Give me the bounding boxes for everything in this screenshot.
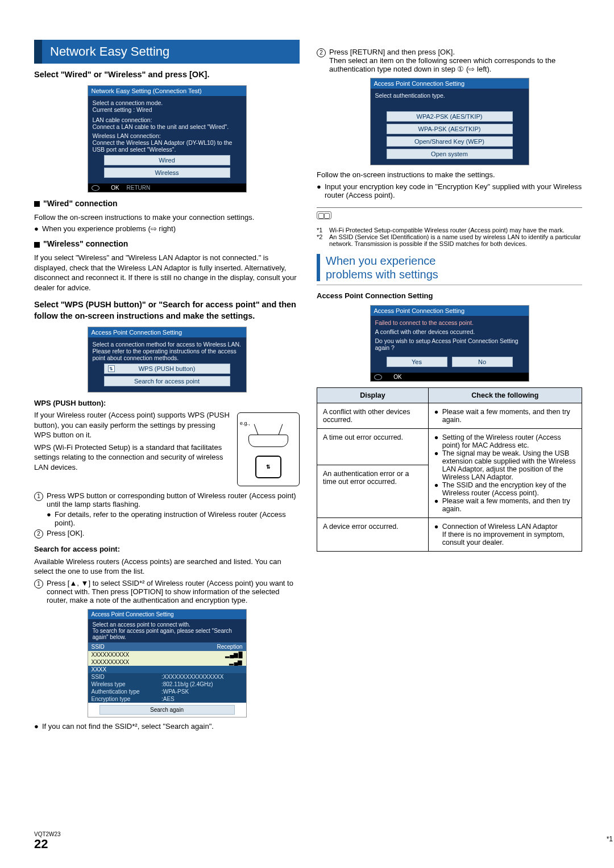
dialog-footer: OK bbox=[371, 373, 529, 381]
dialog-title: Access Point Connection Setting bbox=[371, 306, 529, 316]
detail-lbl: Encryption type bbox=[88, 695, 158, 703]
cell-check: ●Connection of Wireless LAN Adaptor If t… bbox=[428, 518, 582, 552]
dialog-body: Select a connection method for access to… bbox=[88, 337, 246, 392]
btn-wired[interactable]: Wired bbox=[104, 155, 230, 165]
btn-open[interactable]: Open system bbox=[387, 149, 513, 159]
wireless-heading-text: "Wireless" connection bbox=[43, 239, 128, 248]
dialog-failed: Access Point Connection Setting Failed t… bbox=[370, 305, 529, 382]
ssid-table: SSIDReception XXXXXXXXXX▂▄▆█ XXXXXXXXXX▂… bbox=[88, 642, 246, 703]
btn-wireless[interactable]: Wireless bbox=[104, 168, 230, 178]
step-number-icon: 2 bbox=[34, 529, 43, 539]
btn-yes[interactable]: Yes bbox=[387, 357, 447, 367]
dialog-title: Access Point Connection Setting bbox=[88, 610, 246, 619]
step-text: Press [RETURN] and then press [OK]. bbox=[329, 48, 455, 56]
step-number-icon: 1 bbox=[34, 492, 43, 501]
page-number: 22 bbox=[34, 837, 61, 851]
cell-check: ●Setting of the Wireless router (Access … bbox=[428, 429, 582, 518]
wps-step2: 2 Press [OK]. bbox=[34, 529, 300, 539]
detail-val: :802.11b/g (2.4GHz) bbox=[158, 681, 246, 688]
dlg-line: Select a connection mode. bbox=[93, 99, 242, 106]
dlg-line: Select a connection method for access to… bbox=[93, 341, 242, 348]
ssid-row-selected[interactable]: XXXX bbox=[88, 666, 246, 673]
cell-check: ●Please wait a few moments, and then try… bbox=[428, 403, 582, 429]
step-text: Press WPS button or corresponding button… bbox=[47, 491, 296, 508]
wps-small-icon: ⇅ bbox=[108, 365, 115, 372]
dialog-title: Access Point Connection Setting bbox=[88, 327, 246, 337]
cell-display: A time out error occurred. bbox=[317, 429, 429, 465]
col-display: Display bbox=[317, 388, 429, 403]
btn-wpa[interactable]: WPA-PSK (AES/TKIP) bbox=[387, 124, 513, 134]
btn-no[interactable]: No bbox=[452, 357, 513, 367]
dlg-line: LAN cable connection: bbox=[93, 116, 242, 123]
col-ssid: SSID bbox=[88, 642, 158, 651]
dialog-ssid-list: Access Point Connection Setting Select a… bbox=[88, 609, 247, 717]
wired-bullet-text: When you experience problems (⇨ right) bbox=[42, 224, 300, 233]
fn-text: An SSID (Service Set IDentification) is … bbox=[329, 233, 582, 247]
detail-lbl: SSID bbox=[88, 673, 158, 681]
btn-search-ap[interactable]: Search for access point bbox=[104, 376, 230, 386]
step-number-icon: 2 bbox=[317, 48, 326, 57]
dialog-access-point: Access Point Connection Setting Select a… bbox=[88, 327, 247, 393]
step1-heading: Select "Wired" or "Wireless" and press [… bbox=[34, 69, 300, 81]
nav-circle-icon bbox=[92, 185, 99, 191]
wired-heading: "Wired" connection bbox=[34, 198, 300, 209]
cell-bullet: The SSID and the encryption key of the W… bbox=[442, 481, 576, 497]
btn-wps-push[interactable]: ⇅ WPS (PUSH button) bbox=[104, 364, 230, 374]
fn-text: Wi-Fi Protected Setup-compatible Wireles… bbox=[329, 227, 565, 233]
wired-heading-text: "Wired" connection bbox=[43, 199, 118, 208]
col-reception: Reception bbox=[158, 642, 246, 651]
trouble-line2: problems with settings bbox=[326, 268, 438, 281]
dlg-line: Connect a LAN cable to the unit and sele… bbox=[93, 123, 242, 130]
dialog-footer: OK RETURN bbox=[88, 183, 246, 192]
detail-lbl: Wireless type bbox=[88, 681, 158, 688]
eg-label: e.g., bbox=[240, 420, 250, 426]
ap-setting-heading: Access Point Connection Setting bbox=[317, 291, 582, 301]
btn-wep[interactable]: Open/Shared Key (WEP) bbox=[387, 136, 513, 147]
dialog-title: Access Point Connection Setting bbox=[371, 78, 529, 89]
wireless-heading: "Wireless" connection bbox=[34, 239, 300, 249]
dlg-line: Current setting : Wired bbox=[93, 106, 242, 113]
left-column: Network Easy Setting Select "Wired" or "… bbox=[34, 34, 300, 731]
cell-bullet: Please wait a few moments, and then try … bbox=[442, 497, 576, 513]
search-step1: 1 Press [▲, ▼] to select SSID*² of Wirel… bbox=[34, 579, 300, 604]
step-text: Press [OK]. bbox=[47, 529, 84, 539]
dialog-instr: Select an access point to connect with. … bbox=[88, 619, 246, 642]
fn-label: *2 bbox=[317, 233, 329, 247]
wired-text: Follow the on-screen instructions to mak… bbox=[34, 212, 300, 223]
detail-val: :WPA-PSK bbox=[158, 688, 246, 695]
btn-label: WPS (PUSH button) bbox=[139, 365, 196, 372]
cell-bullet: Please wait a few moments, and then try … bbox=[442, 408, 576, 424]
square-bullet-icon bbox=[34, 242, 40, 248]
section-title: Network Easy Setting bbox=[34, 40, 300, 64]
page-columns: Network Easy Setting Select "Wired" or "… bbox=[34, 34, 582, 731]
dlg-line: Please refer to the operating instructio… bbox=[93, 348, 242, 361]
ssid-row[interactable]: XXXXXXXXXX bbox=[88, 658, 158, 666]
step-text-cont: Then select an item on the following scr… bbox=[329, 56, 555, 73]
page-footer: VQT2W23 22 bbox=[34, 831, 61, 851]
ssid-row[interactable]: XXXXXXXXXX bbox=[88, 651, 158, 658]
dialog-title: Network Easy Setting (Connection Test) bbox=[88, 86, 246, 96]
troubleshoot-table: Display Check the following A conflict w… bbox=[317, 387, 582, 552]
square-bullet-icon bbox=[34, 201, 40, 207]
search-subheading: Search for access point: bbox=[34, 544, 300, 554]
step-text: Press [▲, ▼] to select SSID*² of Wireles… bbox=[47, 579, 300, 604]
dlg-line: Select authentication type. bbox=[375, 92, 524, 99]
ok-label: OK bbox=[111, 185, 119, 191]
dialog-network-easy: Network Easy Setting (Connection Test) S… bbox=[88, 85, 247, 193]
note-icon bbox=[317, 211, 331, 219]
step2-heading: Select "WPS (PUSH button)" or "Search fo… bbox=[34, 299, 300, 322]
router-icon bbox=[248, 435, 288, 447]
search-text: Available Wireless routers (Access point… bbox=[34, 557, 300, 577]
wps-logo-icon: ⇅ bbox=[255, 456, 281, 478]
after-text: Follow the on-screen instructions to mak… bbox=[317, 170, 582, 180]
search-note: ●If you can not find the SSID*², select … bbox=[34, 722, 300, 731]
detail-lbl: Authentication type bbox=[88, 688, 158, 695]
dialog-body: Select a connection mode. Current settin… bbox=[88, 96, 246, 183]
dlg-line: A conflict with other devices occurred. bbox=[375, 328, 524, 335]
dlg-line: Connect the Wireless LAN Adaptor (DY-WL1… bbox=[93, 139, 242, 153]
btn-wpa2[interactable]: WPA2-PSK (AES/TKIP) bbox=[387, 111, 513, 122]
btn-search-again[interactable]: Search again bbox=[99, 705, 235, 715]
dialog-body: Select authentication type. WPA2-PSK (AE… bbox=[371, 89, 529, 165]
right-step2: 2 Press [RETURN] and then press [OK]. Th… bbox=[317, 48, 582, 73]
wired-bullet: ●When you experience problems (⇨ right) bbox=[34, 224, 300, 233]
